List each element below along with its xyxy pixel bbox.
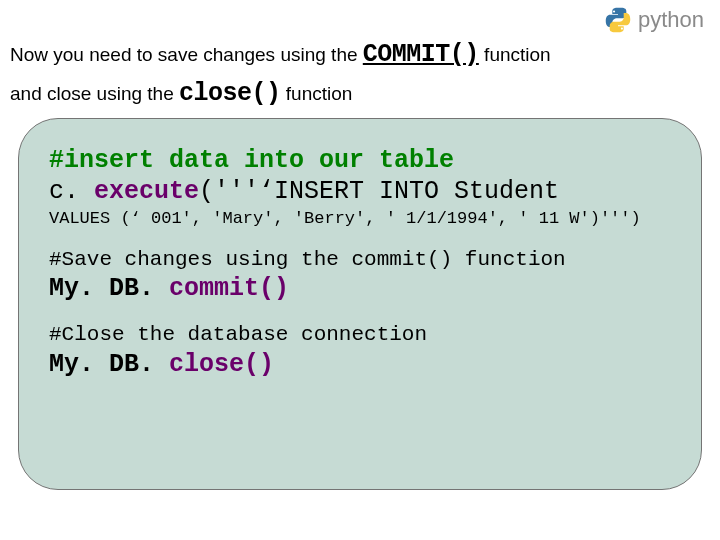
code-comment-save: #Save changes using the commit() functio… <box>49 247 671 273</box>
code-commit-keyword: commit() <box>169 274 289 303</box>
code-execute-line: c. execute('''‘INSERT INTO Student <box>49 176 671 207</box>
intro-line-2: and close using the close() function <box>10 83 352 104</box>
code-comment-insert: #insert data into our table <box>49 145 671 176</box>
spacer <box>49 229 671 247</box>
intro-pre2: and close using the <box>10 83 179 104</box>
code-close-line: My. DB. close() <box>49 349 671 380</box>
python-logo-text: python <box>638 7 704 33</box>
intro-post2: function <box>281 83 353 104</box>
python-logo: python <box>604 6 704 34</box>
python-logo-icon <box>604 6 632 34</box>
code-block: #insert data into our table c. execute('… <box>18 118 702 490</box>
code-commit-line: My. DB. commit() <box>49 273 671 304</box>
code-comment-close: #Close the database connection <box>49 322 671 348</box>
spacer <box>49 304 671 322</box>
code-execute-keyword: execute <box>94 177 199 206</box>
code-close-keyword: close() <box>169 350 274 379</box>
intro-post1: function <box>479 44 551 65</box>
intro-pre1: Now you need to save changes using the <box>10 44 363 65</box>
intro-text: Now you need to save changes using the C… <box>10 36 710 114</box>
intro-line-1: Now you need to save changes using the C… <box>10 44 551 65</box>
keyword-commit: COMMIT() <box>363 40 479 69</box>
keyword-close: close() <box>179 79 281 108</box>
code-values-line: VALUES (‘ 001', 'Mary', 'Berry', ' 1/1/1… <box>49 208 671 229</box>
